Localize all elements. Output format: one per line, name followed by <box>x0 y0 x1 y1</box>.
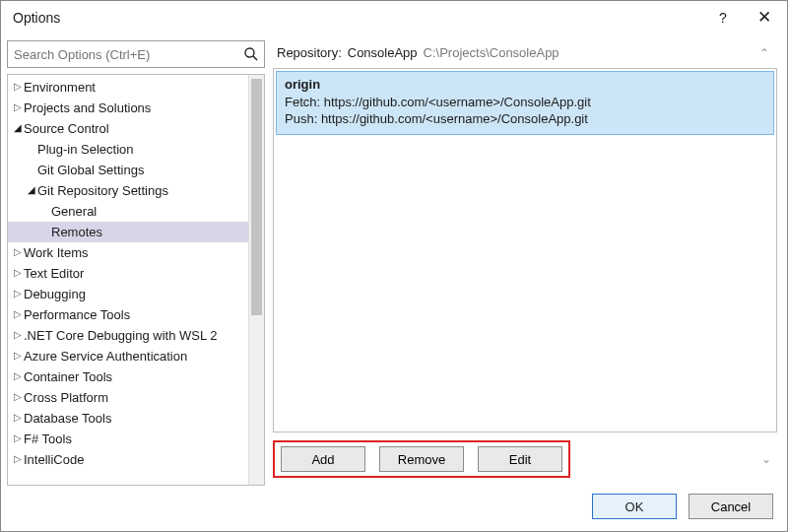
tree-item-database-tools[interactable]: ▷Database Tools <box>8 408 248 429</box>
repository-name: ConsoleApp <box>348 45 418 60</box>
tree-label: F# Tools <box>24 432 72 446</box>
chevron-right-icon: ▷ <box>12 453 24 464</box>
search-input[interactable] <box>8 47 238 62</box>
options-tree: ▷Environment ▷Projects and Solutions ◢So… <box>7 74 265 486</box>
cancel-button[interactable]: Cancel <box>689 494 773 519</box>
chevron-right-icon: ▷ <box>12 246 24 257</box>
tree-item-container-tools[interactable]: ▷Container Tools <box>8 366 248 387</box>
tree-item-git-global-settings[interactable]: Git Global Settings <box>8 160 248 180</box>
remove-button[interactable]: Remove <box>379 446 464 472</box>
chevron-right-icon: ▷ <box>12 350 24 361</box>
tree-label: Git Global Settings <box>37 163 144 177</box>
help-icon[interactable]: ? <box>706 10 740 26</box>
remote-push-url: https://github.com/<username>/ConsoleApp… <box>321 111 588 126</box>
remote-push-row: Push: https://github.com/<username>/Cons… <box>285 110 765 128</box>
tree-label: Text Editor <box>24 266 84 281</box>
remote-name: origin <box>285 76 765 94</box>
tree-label: .NET Core Debugging with WSL 2 <box>24 328 218 343</box>
tree-label: Git Repository Settings <box>37 183 168 198</box>
remote-fetch-row: Fetch: https://github.com/<username>/Con… <box>285 94 765 111</box>
tree-label: IntelliCode <box>24 452 84 467</box>
add-button[interactable]: Add <box>281 446 365 472</box>
titlebar: Options ? ✕ <box>1 1 787 35</box>
tree-item-work-items[interactable]: ▷Work Items <box>8 242 248 263</box>
tree-label: Source Control <box>24 121 109 136</box>
tree-item-remotes[interactable]: Remotes <box>8 222 248 242</box>
svg-line-1 <box>253 56 257 60</box>
close-icon[interactable]: ✕ <box>748 7 781 28</box>
ok-button[interactable]: OK <box>592 494 677 519</box>
dialog-footer: OK Cancel <box>1 486 787 531</box>
tree-label: Work Items <box>24 245 89 260</box>
scrollbar-thumb[interactable] <box>251 79 262 315</box>
options-dialog: Options ? ✕ ▷Environment ▷Projects and S… <box>0 0 788 532</box>
tree-item-plugin-selection[interactable]: Plug-in Selection <box>8 139 248 160</box>
chevron-right-icon: ▷ <box>12 329 24 340</box>
tree-label: Performance Tools <box>24 307 130 322</box>
remote-fetch-url: https://github.com/<username>/ConsoleApp… <box>324 95 591 109</box>
tree-item-text-editor[interactable]: ▷Text Editor <box>8 263 248 284</box>
chevron-right-icon: ▷ <box>12 267 24 278</box>
tree-label: Remotes <box>51 225 102 239</box>
remote-item[interactable]: origin Fetch: https://github.com/<userna… <box>276 71 774 135</box>
tree-item-general[interactable]: General <box>8 201 248 222</box>
tree-item-intellicode[interactable]: ▷IntelliCode <box>8 449 248 470</box>
edit-button[interactable]: Edit <box>478 446 562 472</box>
tree-item-azure-auth[interactable]: ▷Azure Service Authentication <box>8 346 248 366</box>
tree-item-source-control[interactable]: ◢Source Control <box>8 118 248 139</box>
right-panel: Repository: ConsoleApp C:\Projects\Conso… <box>273 40 777 486</box>
search-icon[interactable] <box>238 46 264 62</box>
tree-label: Azure Service Authentication <box>24 349 187 364</box>
tree-label: General <box>51 204 97 219</box>
chevron-down-icon: ◢ <box>26 184 37 195</box>
tree-item-fsharp-tools[interactable]: ▷F# Tools <box>8 429 248 449</box>
repository-header: Repository: ConsoleApp C:\Projects\Conso… <box>273 40 777 68</box>
search-box[interactable] <box>7 40 265 68</box>
tree-item-debugging[interactable]: ▷Debugging <box>8 284 248 304</box>
tree-item-net-core-debugging[interactable]: ▷.NET Core Debugging with WSL 2 <box>8 325 248 346</box>
svg-point-0 <box>245 48 254 57</box>
remote-push-label: Push: <box>285 111 317 126</box>
tree-label: Container Tools <box>24 369 112 384</box>
callout-highlight: Add Remove Edit <box>273 440 570 478</box>
chevron-right-icon: ▷ <box>12 308 24 319</box>
tree-label: Database Tools <box>24 411 111 426</box>
tree-label: Environment <box>24 80 96 95</box>
chevron-up-icon[interactable]: ⌃ <box>754 46 775 60</box>
chevron-down-icon[interactable]: ⌄ <box>755 452 777 466</box>
chevron-right-icon: ▷ <box>12 288 24 299</box>
chevron-right-icon: ▷ <box>12 101 24 112</box>
repository-label: Repository: <box>277 45 342 60</box>
chevron-right-icon: ▷ <box>12 81 24 92</box>
remotes-listbox[interactable]: origin Fetch: https://github.com/<userna… <box>273 68 777 432</box>
tree-label: Projects and Solutions <box>24 100 151 115</box>
chevron-right-icon: ▷ <box>12 412 24 423</box>
chevron-right-icon: ▷ <box>12 370 24 381</box>
tree-item-performance-tools[interactable]: ▷Performance Tools <box>8 304 248 325</box>
chevron-right-icon: ▷ <box>12 432 24 443</box>
tree-label: Debugging <box>24 287 86 301</box>
window-title: Options <box>13 10 706 26</box>
tree-item-projects[interactable]: ▷Projects and Solutions <box>8 98 248 118</box>
remote-buttons-row: Add Remove Edit ⌄ <box>273 440 777 486</box>
chevron-down-icon: ◢ <box>12 122 24 133</box>
tree-item-environment[interactable]: ▷Environment <box>8 77 248 98</box>
repository-path: C:\Projects\ConsoleApp <box>424 45 559 60</box>
tree-label: Plug-in Selection <box>37 142 134 157</box>
tree-label: Cross Platform <box>24 390 108 405</box>
tree-scrollbar[interactable] <box>248 75 264 485</box>
left-panel: ▷Environment ▷Projects and Solutions ◢So… <box>7 40 265 486</box>
chevron-right-icon: ▷ <box>12 391 24 402</box>
tree-item-git-repository-settings[interactable]: ◢Git Repository Settings <box>8 180 248 201</box>
tree-item-cross-platform[interactable]: ▷Cross Platform <box>8 387 248 408</box>
remote-fetch-label: Fetch: <box>285 95 320 109</box>
